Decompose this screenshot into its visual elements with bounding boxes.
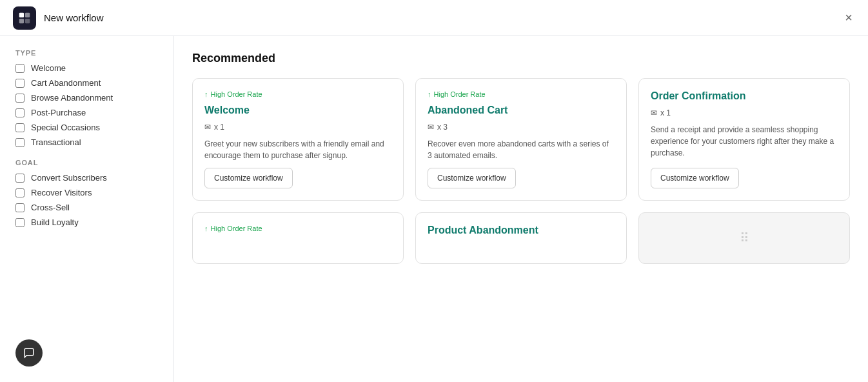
filter-build-loyalty-label: Build Loyalty xyxy=(31,217,79,227)
svg-rect-0 xyxy=(19,12,24,17)
card-abandoned-cart-description: Recover even more abandoned carts with a… xyxy=(428,138,615,161)
filter-cross-sell-label: Cross-Sell xyxy=(31,203,70,212)
filter-recover-visitors[interactable]: Recover Visitors xyxy=(15,188,158,197)
card-welcome-description: Greet your new subscribers with a friend… xyxy=(204,138,391,161)
card-welcome[interactable]: ↑ High Order Rate Welcome ✉ x 1 Greet yo… xyxy=(192,78,404,201)
filter-transactional-label: Transactional xyxy=(31,137,81,147)
email-icon-2: ✉ xyxy=(428,123,434,132)
content-area: Recommended ↑ High Order Rate Welcome ✉ … xyxy=(174,36,868,382)
modal-title: New workflow xyxy=(44,12,842,23)
filter-build-loyalty-checkbox[interactable] xyxy=(15,218,25,227)
arrow-up-icon-2: ↑ xyxy=(428,90,431,98)
filter-build-loyalty[interactable]: Build Loyalty xyxy=(15,217,158,227)
arrow-up-icon-3: ↑ xyxy=(204,225,208,232)
filter-cross-sell-checkbox[interactable] xyxy=(15,203,25,212)
sidebar: TYPE Welcome Cart Abandonment Browse Aba… xyxy=(0,36,174,382)
svg-rect-2 xyxy=(19,18,24,23)
filter-browse-abandonment-checkbox[interactable] xyxy=(15,94,25,103)
filter-post-purchase-label: Post-Purchase xyxy=(31,108,86,117)
filter-recover-visitors-label: Recover Visitors xyxy=(31,188,92,197)
modal-header: New workflow × xyxy=(0,0,868,36)
filter-cart-abandonment-checkbox[interactable] xyxy=(15,79,25,88)
filter-cross-sell[interactable]: Cross-Sell xyxy=(15,203,158,212)
card-product-abandonment[interactable]: Product Abandonment xyxy=(415,212,627,264)
card-browse-abandonment[interactable]: ↑ High Order Rate xyxy=(192,212,404,264)
goal-section-label: GOAL xyxy=(15,159,158,166)
svg-rect-3 xyxy=(25,18,30,23)
filter-convert-subscribers[interactable]: Convert Subscribers xyxy=(15,173,158,183)
close-button[interactable]: × xyxy=(842,8,855,28)
filter-cart-abandonment[interactable]: Cart Abandonment xyxy=(15,78,158,88)
filter-cart-abandonment-label: Cart Abandonment xyxy=(31,78,101,88)
recommended-title: Recommended xyxy=(192,52,850,65)
card-welcome-name: Welcome xyxy=(204,105,391,116)
email-icon: ✉ xyxy=(204,123,211,132)
app-logo xyxy=(13,6,36,30)
filter-post-purchase[interactable]: Post-Purchase xyxy=(15,108,158,117)
filter-special-occasions[interactable]: Special Occasions xyxy=(15,123,158,132)
filter-transactional-checkbox[interactable] xyxy=(15,138,25,147)
card-order-confirmation-name: Order Confirmation xyxy=(651,90,838,102)
filter-convert-subscribers-checkbox[interactable] xyxy=(15,174,25,183)
card-abandoned-cart[interactable]: ↑ High Order Rate Abandoned Cart ✉ x 3 R… xyxy=(415,78,627,201)
card-order-confirmation-meta: ✉ x 1 xyxy=(651,108,838,117)
card-abandoned-cart-name: Abandoned Cart xyxy=(428,105,615,116)
email-icon-3: ✉ xyxy=(651,108,657,117)
card-abandoned-cart-customize-button[interactable]: Customize workflow xyxy=(428,168,516,188)
filter-browse-abandonment[interactable]: Browse Abandonment xyxy=(15,93,158,103)
card-abandoned-cart-badge: ↑ High Order Rate xyxy=(428,90,615,98)
type-section-label: TYPE xyxy=(15,49,158,57)
card-placeholder: ⠿ xyxy=(638,212,850,264)
filter-convert-subscribers-label: Convert Subscribers xyxy=(31,173,107,183)
cards-row-1: ↑ High Order Rate Welcome ✉ x 1 Greet yo… xyxy=(192,78,850,201)
filter-special-occasions-label: Special Occasions xyxy=(31,123,100,132)
card-order-confirmation[interactable]: Order Confirmation ✉ x 1 Send a receipt … xyxy=(638,78,850,201)
arrow-up-icon: ↑ xyxy=(204,90,208,98)
filter-welcome-label: Welcome xyxy=(31,63,66,73)
card-browse-abandonment-badge: ↑ High Order Rate xyxy=(204,225,391,232)
filter-welcome-checkbox[interactable] xyxy=(15,64,25,73)
cards-row-2: ↑ High Order Rate Product Abandonment ⠿ xyxy=(192,212,850,264)
filter-recover-visitors-checkbox[interactable] xyxy=(15,188,25,197)
chat-button[interactable] xyxy=(15,339,43,367)
card-product-abandonment-name: Product Abandonment xyxy=(428,225,615,236)
card-order-confirmation-customize-button[interactable]: Customize workflow xyxy=(651,168,739,188)
filter-special-occasions-checkbox[interactable] xyxy=(15,123,25,132)
card-welcome-meta: ✉ x 1 xyxy=(204,123,391,132)
svg-rect-1 xyxy=(25,12,30,17)
filter-post-purchase-checkbox[interactable] xyxy=(15,108,25,117)
card-welcome-customize-button[interactable]: Customize workflow xyxy=(204,168,293,188)
filter-transactional[interactable]: Transactional xyxy=(15,137,158,147)
filter-browse-abandonment-label: Browse Abandonment xyxy=(31,93,113,103)
card-abandoned-cart-meta: ✉ x 3 xyxy=(428,123,615,132)
filter-welcome[interactable]: Welcome xyxy=(15,63,158,73)
card-order-confirmation-description: Send a receipt and provide a seamless sh… xyxy=(651,124,838,161)
card-welcome-badge: ↑ High Order Rate xyxy=(204,90,391,98)
